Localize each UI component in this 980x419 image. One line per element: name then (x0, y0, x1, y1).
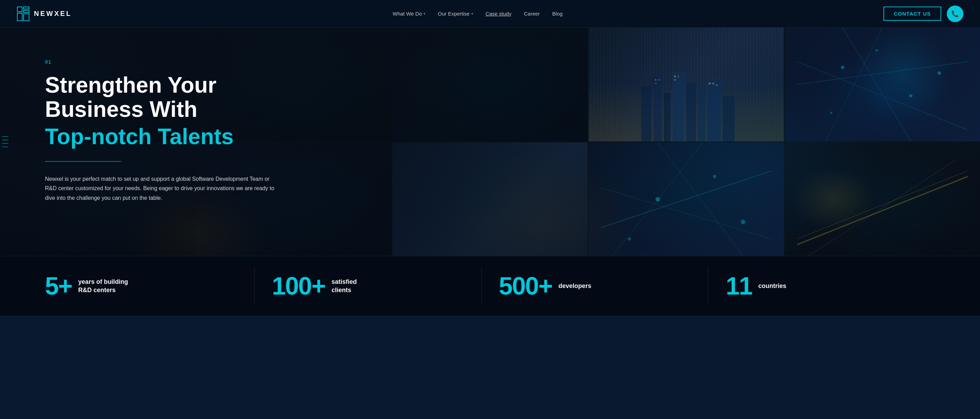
bg-cell-4 (589, 28, 784, 141)
svg-rect-18 (674, 79, 676, 81)
svg-rect-14 (655, 83, 657, 84)
svg-rect-19 (709, 83, 711, 84)
logo-area[interactable]: NEWXEL (17, 6, 72, 21)
svg-point-37 (628, 237, 631, 241)
nav-link-what-we-do[interactable]: What We Do ▾ (392, 11, 425, 17)
stat-developers: 500+ developers (481, 267, 708, 305)
nav-link-career[interactable]: Career (524, 11, 540, 17)
svg-rect-13 (655, 79, 657, 81)
svg-point-28 (875, 49, 878, 51)
nav-item-blog[interactable]: Blog (552, 11, 563, 17)
svg-point-29 (830, 112, 833, 114)
logo-text: NEWXEL (34, 10, 72, 17)
nav-right: CONTACT US 📞 (883, 6, 963, 22)
svg-rect-4 (24, 14, 29, 21)
hero-title-cyan: Top-notch Talents (45, 124, 280, 149)
svg-line-25 (826, 28, 882, 141)
svg-rect-15 (659, 79, 660, 81)
svg-rect-0 (17, 7, 22, 12)
svg-point-27 (909, 94, 913, 97)
svg-rect-10 (698, 89, 705, 141)
nav-links: What We Do ▾ Our Expertise ▾ Case study … (392, 11, 562, 17)
svg-rect-6 (653, 76, 662, 141)
svg-line-33 (658, 143, 743, 256)
nav-item-career[interactable]: Career (524, 11, 540, 17)
highway-svg (785, 143, 980, 256)
bg-cell-3 (392, 28, 588, 141)
hero-section: 01 Strengthen Your Business With Top-not… (0, 28, 980, 316)
stats-section: 5+ years of building R&D centers 100+ sa… (0, 256, 980, 316)
svg-rect-17 (678, 76, 679, 77)
nav-link-blog[interactable]: Blog (552, 11, 563, 17)
hero-title-white: Strengthen Your Business With (45, 73, 280, 122)
svg-line-39 (797, 176, 968, 244)
svg-rect-20 (712, 83, 714, 84)
bg-cell-8 (392, 143, 588, 256)
svg-rect-7 (664, 93, 671, 141)
page-number: 01 (45, 59, 280, 65)
buildings-svg (589, 65, 784, 141)
stat-number-countries: 11 (725, 273, 752, 298)
svg-line-32 (601, 188, 772, 239)
phone-button[interactable]: 📞 (947, 6, 963, 22)
hero-description: Newxel is your perfect match to set up a… (45, 174, 280, 203)
hero-inner: 01 Strengthen Your Business With Top-not… (0, 28, 980, 256)
svg-rect-5 (641, 86, 652, 141)
svg-rect-8 (672, 72, 684, 141)
stat-label-clients: satisfied clients (331, 278, 357, 295)
svg-rect-21 (716, 84, 718, 86)
bg-cell-9 (589, 143, 784, 256)
svg-line-41 (808, 159, 956, 256)
svg-rect-1 (17, 13, 22, 21)
stat-clients: 100+ satisfied clients (255, 267, 481, 305)
svg-rect-9 (686, 83, 696, 141)
svg-point-30 (937, 71, 941, 75)
svg-rect-12 (722, 97, 735, 141)
hero-content: 01 Strengthen Your Business With Top-not… (0, 28, 312, 223)
nav-item-what-we-do[interactable]: What We Do ▾ (392, 11, 425, 17)
svg-line-23 (797, 62, 968, 130)
navbar: NEWXEL What We Do ▾ Our Expertise ▾ Case… (0, 0, 980, 28)
phone-icon: 📞 (951, 10, 959, 17)
bg-cell-10 (785, 143, 980, 256)
svg-point-35 (655, 197, 660, 201)
nav-link-our-expertise[interactable]: Our Expertise ▾ (438, 11, 473, 17)
stat-label-developers: developers (558, 282, 592, 290)
stat-years: 5+ years of building R&D centers (45, 267, 255, 305)
chevron-down-icon: ▾ (423, 12, 425, 16)
nav-item-our-expertise[interactable]: Our Expertise ▾ (438, 11, 473, 17)
svg-rect-3 (24, 10, 29, 13)
svg-line-31 (601, 171, 772, 227)
svg-line-24 (843, 28, 911, 141)
svg-point-36 (713, 175, 716, 178)
city-network-svg (589, 143, 784, 256)
stat-countries: 11 countries (708, 267, 935, 305)
svg-line-40 (797, 171, 968, 239)
stat-label-countries: countries (758, 282, 786, 290)
svg-point-38 (741, 219, 745, 224)
svg-rect-11 (707, 79, 721, 141)
network-lines-svg (785, 28, 980, 141)
contact-us-button[interactable]: CONTACT US (883, 6, 941, 21)
nav-item-case-study[interactable]: Case study (485, 11, 511, 17)
svg-point-26 (841, 66, 844, 69)
stat-number-years: 5+ (45, 273, 72, 298)
svg-rect-2 (24, 7, 29, 9)
logo-icon (17, 6, 30, 21)
bg-cell-5 (785, 28, 980, 141)
stat-number-clients: 100+ (272, 273, 325, 298)
stat-number-developers: 500+ (499, 273, 552, 298)
svg-line-22 (797, 62, 968, 85)
stat-label-years: years of building R&D centers (78, 278, 128, 295)
chevron-down-icon: ▾ (471, 12, 473, 16)
hero-divider (45, 161, 121, 162)
svg-rect-16 (674, 76, 676, 77)
nav-link-case-study[interactable]: Case study (485, 11, 511, 17)
